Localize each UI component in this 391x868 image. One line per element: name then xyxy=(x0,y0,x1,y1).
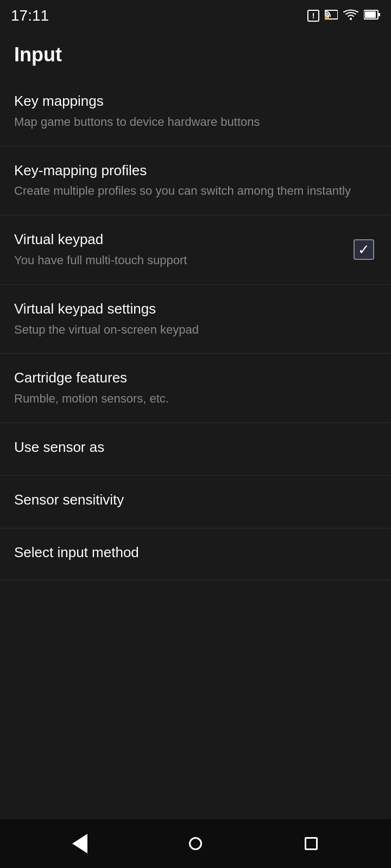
settings-item-key-mapping-profiles[interactable]: Key-mapping profiles Create multiple pro… xyxy=(0,146,391,216)
page-title: Input xyxy=(0,30,391,77)
settings-item-content: Key-mapping profiles Create multiple pro… xyxy=(14,162,377,200)
settings-item-content: Cartridge features Rumble, motion sensor… xyxy=(14,369,377,407)
battery-icon xyxy=(364,9,380,23)
recents-icon xyxy=(305,837,318,850)
cast-icon xyxy=(325,9,338,23)
status-time: 17:11 xyxy=(11,7,49,24)
settings-item-title: Virtual keypad settings xyxy=(14,300,377,318)
settings-item-title: Select input method xyxy=(14,544,377,562)
settings-item-sensor-sensitivity[interactable]: Sensor sensitivity xyxy=(0,476,391,528)
settings-item-content: Sensor sensitivity xyxy=(14,491,377,513)
settings-item-content: Virtual keypad settings Setup the virtua… xyxy=(14,300,377,339)
wifi-icon xyxy=(343,9,358,23)
settings-item-subtitle: Create multiple profiles so you can swit… xyxy=(14,183,377,200)
home-icon xyxy=(189,837,202,850)
settings-item-subtitle: You have full multi-touch support xyxy=(14,252,351,269)
settings-item-title: Use sensor as xyxy=(14,438,377,457)
settings-item-title: Sensor sensitivity xyxy=(14,491,377,509)
svg-rect-4 xyxy=(378,13,380,16)
virtual-keypad-checkbox[interactable]: ✓ xyxy=(354,239,374,260)
nav-home-button[interactable] xyxy=(179,827,212,860)
settings-item-title: Key mappings xyxy=(14,92,377,111)
nav-recents-button[interactable] xyxy=(295,827,327,860)
status-icons: ! xyxy=(307,9,380,23)
virtual-keypad-checkbox-container: ✓ xyxy=(351,237,377,263)
settings-list: Key mappings Map game buttons to device … xyxy=(0,77,391,819)
settings-item-select-input-method[interactable]: Select input method xyxy=(0,528,391,581)
settings-item-virtual-keypad[interactable]: Virtual keypad You have full multi-touch… xyxy=(0,215,391,285)
settings-item-content: Select input method xyxy=(14,544,377,565)
settings-item-cartridge-features[interactable]: Cartridge features Rumble, motion sensor… xyxy=(0,354,391,423)
back-icon xyxy=(72,834,87,853)
settings-item-content: Key mappings Map game buttons to device … xyxy=(14,92,377,131)
nav-back-button[interactable] xyxy=(64,827,96,860)
settings-item-subtitle: Rumble, motion sensors, etc. xyxy=(14,391,377,407)
spacer xyxy=(0,580,391,819)
svg-rect-5 xyxy=(365,11,376,18)
checkmark-icon: ✓ xyxy=(358,242,370,257)
settings-item-key-mappings[interactable]: Key mappings Map game buttons to device … xyxy=(0,77,391,146)
status-bar: 17:11 ! xyxy=(0,0,391,30)
alert-icon: ! xyxy=(307,10,319,22)
settings-item-use-sensor-as[interactable]: Use sensor as xyxy=(0,423,391,476)
settings-item-content: Use sensor as xyxy=(14,438,377,460)
settings-item-subtitle: Setup the virtual on-screen keypad xyxy=(14,322,377,339)
settings-item-title: Cartridge features xyxy=(14,369,377,387)
settings-item-virtual-keypad-settings[interactable]: Virtual keypad settings Setup the virtua… xyxy=(0,285,391,354)
settings-item-subtitle: Map game buttons to device hardware butt… xyxy=(14,114,377,131)
settings-item-content: Virtual keypad You have full multi-touch… xyxy=(14,231,351,269)
nav-bar xyxy=(0,819,391,868)
settings-item-title: Virtual keypad xyxy=(14,231,351,249)
settings-item-title: Key-mapping profiles xyxy=(14,162,377,180)
svg-point-2 xyxy=(350,18,352,20)
